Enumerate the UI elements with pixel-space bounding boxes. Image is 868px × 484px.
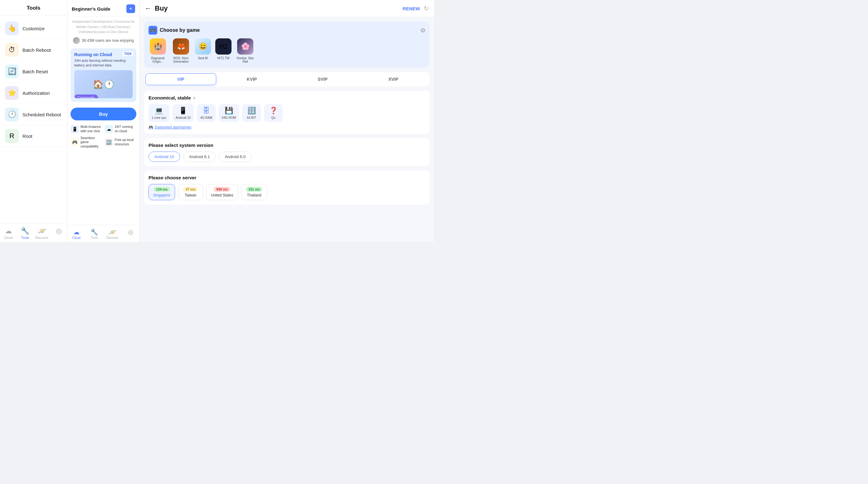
game-item-honkai[interactable]: 🌸 Honkai: Star Rail (236, 38, 255, 63)
tool-item-scheduled_reboot[interactable]: 🕐 Scheduled Reboot (0, 104, 67, 125)
spec-chip-android-10[interactable]: 📱 Android 10 (173, 104, 194, 122)
game-item-rox[interactable]: 🦊 ROX: Next Generation (172, 38, 190, 63)
tool-name-authorization: Authorization (23, 91, 50, 96)
tool-icon-root: R (5, 129, 19, 143)
guide-plus-button[interactable]: + (126, 4, 135, 13)
tool-item-root[interactable]: R Root (0, 125, 67, 147)
guide-promo-card: Running on Cloud 24H auto farming withou… (70, 49, 136, 102)
tools-nav-icon-discover: 🪐 (38, 227, 46, 235)
server-latency-thailand: 151 ms (246, 187, 262, 192)
guide-nav-discover[interactable]: 🪐 Discover (103, 227, 122, 241)
spec-icon: 📱 (179, 107, 187, 115)
guide-users: 38.43M users are now enjoying (67, 36, 140, 46)
guide-nav-tools[interactable]: 🔧 Tools (86, 227, 103, 241)
spec-label: 4G RAM (200, 116, 212, 120)
buy-back-button[interactable]: ← (145, 4, 152, 12)
guide-promo-desc: 24H auto farming without needing battery… (74, 58, 133, 68)
game-item-ragnarok[interactable]: 🏰 Ragnarok Origin... (149, 38, 167, 63)
economical-title: Economical, stable ∧ (149, 95, 425, 100)
server-name-united_states: United States (211, 193, 234, 197)
community-bubble[interactable]: Community (74, 95, 98, 98)
vip-tab-kvip[interactable]: KVIP (217, 73, 287, 85)
economical-chevron: ∧ (193, 96, 196, 100)
game-name-hit2: HIT2 TW (217, 57, 230, 60)
tool-icon-scheduled_reboot: 🕐 (5, 107, 19, 121)
guide-nav-icon-tools: 🔧 (91, 228, 98, 236)
version-chip-android10[interactable]: Android 10 (149, 152, 180, 162)
choose-game-header: 🎮 Choose by game ⊙ (149, 26, 425, 35)
game-thumb-honkai: 🌸 (237, 38, 253, 55)
guide-feature-text: Multi-Instance with one click (81, 125, 102, 133)
guide-nav-icon-cloud: ☁ (73, 228, 80, 236)
guide-feature-item: 🎮 Seamless game compatibility (70, 136, 102, 149)
spec-chip-64-bit[interactable]: 🔢 64 BIT (242, 104, 261, 122)
game-item-seal_m[interactable]: 😄 Seal M (195, 38, 211, 63)
guide-features: 📱 Multi-Instance with one click ☁ 24/7 r… (67, 123, 140, 150)
economical-section: Economical, stable ∧ 💻 1 core cpu 📱 Andr… (144, 91, 430, 134)
game-thumb-ragnarok: 🏰 (150, 38, 166, 55)
spec-icon: ❓ (269, 107, 278, 115)
game-item-hit2[interactable]: H2 HIT2 TW (215, 38, 231, 63)
choose-game-expand-button[interactable]: ⊙ (421, 27, 425, 34)
buy-header: ← Buy RENEW ↻ (140, 0, 434, 17)
tool-icon-authorization: ⭐ (5, 86, 19, 100)
server-name-taiwan: Taiwan (185, 193, 196, 197)
tools-nav-label-tools: Tools (21, 236, 29, 239)
guide-subtitle: Independent Development | Exclusive for … (67, 17, 140, 36)
tools-nav-label-discover: Discover (35, 236, 49, 239)
guide-feature-text: Seamless game compatibility (81, 136, 102, 149)
guide-bottom-nav: ☁ Cloud 🔧 Tools 🪐 Discover ◎ (67, 225, 140, 242)
tools-list: 👆 Customize ⏱ Batch Reboot 🔄 Batch Reset… (0, 15, 67, 223)
guide-nav-account[interactable]: ◎ (121, 227, 140, 241)
game-name-ragnarok: Ragnarok Origin... (149, 57, 167, 63)
buy-refresh-button[interactable]: ↻ (424, 5, 429, 12)
vip-tab-svip[interactable]: SVIP (288, 73, 358, 85)
users-count-text: 38.43M users are now enjoying (82, 38, 134, 43)
spec-chip-64g-rom[interactable]: 💾 64G ROM (219, 104, 239, 122)
tool-item-batch_reboot[interactable]: ⏱ Batch Reboot (0, 39, 67, 61)
server-row: 134 ms Singapore 37 ms Taiwan 999 ms Uni… (149, 184, 425, 200)
server-latency-taiwan: 37 ms (183, 187, 198, 192)
tools-nav-cloud[interactable]: ☁ Cloud (0, 226, 17, 241)
tools-bottom-nav: ☁ Cloud 🔧 Tools 🪐 Discover ◎ (0, 223, 67, 242)
server-name-singapore: Singapore (153, 193, 170, 197)
server-name-thailand: Thailand (247, 193, 261, 197)
vip-tab-xvip[interactable]: XVIP (358, 73, 428, 85)
server-latency-united_states: 999 ms (214, 187, 230, 192)
tools-nav-tools[interactable]: 🔧 Tools (17, 226, 34, 241)
guide-nav-icon-discover: 🪐 (108, 228, 116, 236)
server-latency-singapore: 134 ms (154, 187, 170, 192)
vip-tab-vip[interactable]: VIP (145, 73, 216, 85)
buy-renew-button[interactable]: RENEW (402, 6, 420, 11)
tool-item-customize[interactable]: 👆 Customize (0, 18, 67, 39)
server-chip-taiwan[interactable]: 37 ms Taiwan (178, 184, 203, 200)
game-name-honkai: Honkai: Star Rail (236, 57, 255, 63)
guide-buy-button[interactable]: Buy (70, 107, 136, 120)
guide-nav-cloud[interactable]: ☁ Cloud (67, 227, 86, 241)
version-chip-android81[interactable]: Android 8.1 (183, 152, 216, 162)
server-chip-thailand[interactable]: 151 ms Thailand (241, 184, 267, 200)
guide-promo-image: 🏠🕐 Community (74, 70, 133, 98)
server-chip-united_states[interactable]: 999 ms United States (206, 184, 238, 200)
tools-nav-icon-account: ◎ (56, 227, 62, 235)
spec-label: Qu (271, 116, 275, 120)
tool-item-batch_reset[interactable]: 🔄 Batch Reset (0, 61, 67, 82)
server-title: Please choose server (149, 175, 425, 180)
tool-item-authorization[interactable]: ⭐ Authorization (0, 82, 67, 104)
spec-chip-qu[interactable]: ❓ Qu (264, 104, 283, 122)
tools-nav-discover[interactable]: 🪐 Discover (34, 226, 51, 241)
supported-text: Supported app/games (154, 125, 191, 129)
spec-chip-4g-ram[interactable]: 🗄 4G RAM (197, 104, 216, 122)
vip-tabs: VIPKVIPSVIPXVIP (144, 72, 430, 86)
spec-chip-1-core-cpu[interactable]: 💻 1 core cpu (149, 104, 169, 122)
choose-game-left: 🎮 Choose by game (149, 26, 200, 35)
tool-icon-batch_reset: 🔄 (5, 65, 19, 78)
server-chip-singapore[interactable]: 134 ms Singapore (149, 184, 175, 200)
specs-row: 💻 1 core cpu 📱 Android 10 🗄 4G RAM 💾 64G… (149, 104, 425, 122)
tools-nav-account[interactable]: ◎ (50, 226, 67, 241)
version-chip-android60[interactable]: Android 6.0 (219, 152, 251, 162)
guide-nav-label-cloud: Cloud (72, 236, 81, 239)
supported-link[interactable]: 🎮 Supported app/games (149, 125, 425, 129)
spec-icon: 🗄 (203, 107, 210, 115)
version-row: Android 10Android 8.1Android 6.0 (149, 152, 425, 162)
